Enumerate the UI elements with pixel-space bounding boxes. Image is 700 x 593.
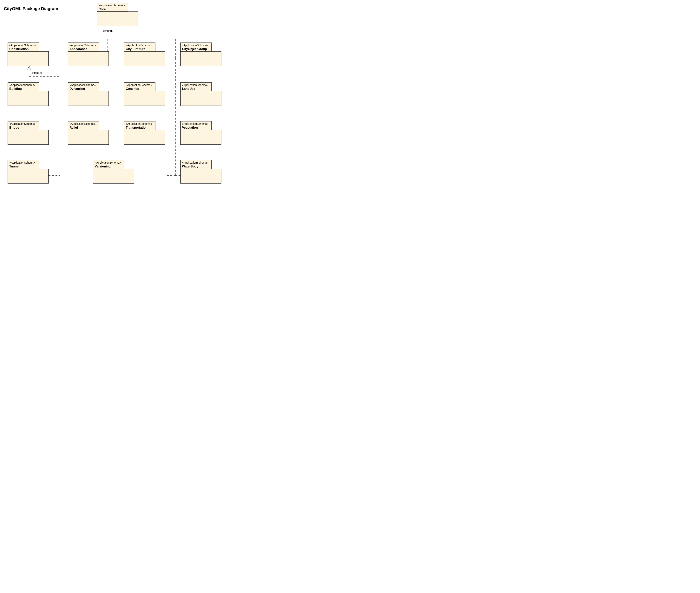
- package-dynamizer: «ApplicationSchema» Dynamizer: [68, 82, 109, 106]
- package-building: «ApplicationSchema» Building: [8, 82, 48, 106]
- stereotype: «ApplicationSchema»: [182, 122, 208, 125]
- package-name: CityFurniture: [126, 47, 145, 51]
- package-name: Vegetation: [182, 126, 198, 129]
- package-name: Dynamizer: [70, 87, 85, 90]
- stereotype: «ApplicationSchema»: [126, 122, 152, 125]
- svg-rect-11: [8, 91, 48, 106]
- package-vegetation: «ApplicationSchema» Vegetation: [181, 121, 221, 145]
- package-name: CityObjectGroup: [182, 47, 207, 51]
- svg-rect-9: [181, 51, 221, 66]
- diagram-title: CityGML Package Diagram: [4, 6, 58, 11]
- package-name: Building: [9, 87, 22, 90]
- svg-rect-27: [8, 169, 48, 183]
- citygml-package-diagram: CityGML Package Diagram «import» «im: [0, 0, 233, 198]
- svg-rect-7: [124, 51, 165, 66]
- svg-rect-29: [93, 169, 134, 183]
- svg-rect-23: [124, 130, 165, 145]
- stereotype: «ApplicationSchema»: [182, 44, 208, 47]
- package-name: Bridge: [9, 126, 19, 129]
- stereotype: «ApplicationSchema»: [70, 83, 96, 86]
- package-name: Relief: [70, 126, 78, 129]
- svg-rect-25: [181, 130, 221, 145]
- svg-rect-3: [8, 51, 48, 66]
- stereotype: «ApplicationSchema»: [95, 161, 121, 164]
- stereotype: «ApplicationSchema»: [126, 44, 152, 47]
- svg-rect-5: [68, 51, 109, 66]
- package-name: Versioning: [95, 165, 111, 168]
- stereotype: «ApplicationSchema»: [9, 161, 36, 164]
- stereotype: «ApplicationSchema»: [99, 4, 125, 7]
- package-name: Core: [99, 8, 106, 11]
- package-name: LandUse: [182, 87, 195, 90]
- package-landuse: «ApplicationSchema» LandUse: [181, 82, 221, 106]
- stereotype: «ApplicationSchema»: [70, 122, 96, 125]
- stereotype: «ApplicationSchema»: [126, 83, 152, 86]
- svg-rect-21: [68, 130, 109, 145]
- package-appearance: «ApplicationSchema» Appearance: [68, 43, 109, 66]
- stereotype: «ApplicationSchema»: [9, 44, 36, 47]
- package-tunnel: «ApplicationSchema» Tunnel: [8, 160, 48, 183]
- svg-rect-13: [68, 91, 109, 106]
- package-versioning: «ApplicationSchema» Versioning: [93, 160, 134, 183]
- import-label-construction: «import»: [32, 71, 43, 74]
- package-bridge: «ApplicationSchema» Bridge: [8, 121, 48, 145]
- package-name: WaterBody: [182, 165, 198, 168]
- package-name: Tunnel: [9, 165, 19, 168]
- svg-rect-15: [124, 91, 165, 106]
- package-name: Generics: [126, 87, 139, 90]
- stereotype: «ApplicationSchema»: [70, 44, 96, 47]
- package-name: Transportation: [126, 126, 148, 129]
- stereotype: «ApplicationSchema»: [182, 161, 208, 164]
- package-construction: «ApplicationSchema» Construction: [8, 43, 48, 66]
- svg-rect-19: [8, 130, 48, 145]
- stereotype: «ApplicationSchema»: [9, 122, 36, 125]
- svg-rect-31: [181, 169, 221, 183]
- svg-rect-1: [97, 12, 138, 26]
- package-name: Construction: [9, 47, 29, 51]
- package-relief: «ApplicationSchema» Relief: [68, 121, 109, 145]
- package-generics: «ApplicationSchema» Generics: [124, 82, 165, 106]
- stereotype: «ApplicationSchema»: [9, 83, 36, 86]
- package-waterbody: «ApplicationSchema» WaterBody: [181, 160, 221, 183]
- svg-rect-17: [181, 91, 221, 106]
- package-name: Appearance: [70, 47, 87, 51]
- dep-construction-core: [48, 39, 60, 58]
- package-core: «ApplicationSchema» Core: [97, 3, 138, 26]
- package-transportation: «ApplicationSchema» Transportation: [124, 121, 165, 145]
- package-cityobjectgroup: «ApplicationSchema» CityObjectGroup: [181, 43, 221, 66]
- package-cityfurniture: «ApplicationSchema» CityFurniture: [124, 43, 165, 66]
- stereotype: «ApplicationSchema»: [182, 83, 208, 86]
- import-label-core: «import»: [103, 29, 114, 32]
